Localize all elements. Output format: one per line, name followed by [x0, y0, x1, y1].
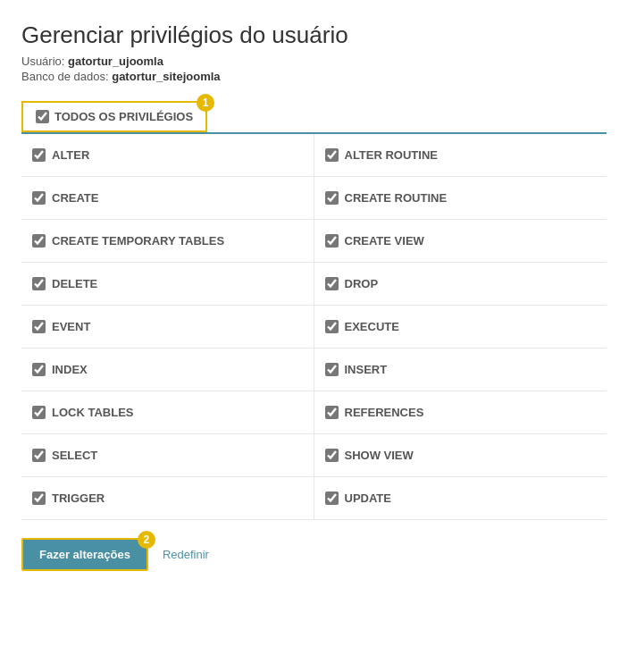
label-update[interactable]: UPDATE [325, 491, 391, 505]
privilege-item-drop: DROP [314, 263, 607, 306]
label-select[interactable]: SELECT [32, 449, 97, 462]
checkbox-event[interactable] [32, 320, 46, 333]
label-index[interactable]: INDEX [32, 363, 88, 376]
label-create_temporary_tables[interactable]: CREATE TEMPORARY TABLES [32, 234, 224, 248]
checkbox-update[interactable] [325, 491, 339, 505]
label-create_view[interactable]: CREATE VIEW [325, 234, 424, 248]
label-references[interactable]: REFERENCES [325, 406, 424, 419]
privilege-item-trigger: TRIGGER [21, 477, 314, 520]
checkbox-references[interactable] [325, 406, 339, 419]
privilege-item-delete: DELETE [21, 263, 314, 306]
privileges-grid: ALTERALTER ROUTINECREATECREATE ROUTINECR… [21, 132, 607, 520]
main-container: Gerenciar privilégios do usuário Usuário… [0, 0, 628, 672]
user-value: gatortur_ujoomla [68, 55, 163, 68]
checkbox-drop[interactable] [325, 277, 339, 290]
db-value: gatortur_sitejoomla [112, 70, 220, 83]
save-button[interactable]: Fazer alterações 2 [21, 538, 148, 571]
label-execute[interactable]: EXECUTE [325, 320, 399, 333]
label-insert[interactable]: INSERT [325, 363, 388, 376]
checkbox-show_view[interactable] [325, 449, 339, 462]
privilege-item-create_temporary_tables: CREATE TEMPORARY TABLES [21, 220, 314, 263]
user-label: Usuário: [21, 55, 64, 68]
label-create[interactable]: CREATE [32, 191, 98, 205]
privilege-item-execute: EXECUTE [314, 306, 607, 349]
checkbox-index[interactable] [32, 363, 46, 376]
privilege-item-lock_tables: LOCK TABLES [21, 391, 314, 434]
label-trigger[interactable]: TRIGGER [32, 491, 105, 505]
reset-link[interactable]: Redefinir [163, 548, 209, 561]
privilege-item-create_routine: CREATE ROUTINE [314, 177, 607, 220]
label-drop[interactable]: DROP [325, 277, 379, 290]
checkbox-alter_routine[interactable] [325, 148, 339, 162]
page-title: Gerenciar privilégios do usuário [21, 21, 607, 49]
privilege-item-insert: INSERT [314, 349, 607, 391]
all-privileges-badge: 1 [197, 94, 214, 112]
privilege-item-index: INDEX [21, 349, 314, 391]
label-create_routine[interactable]: CREATE ROUTINE [325, 191, 448, 205]
privilege-item-references: REFERENCES [314, 391, 607, 434]
label-lock_tables[interactable]: LOCK TABLES [32, 406, 133, 419]
checkbox-select[interactable] [32, 449, 46, 462]
label-alter_routine[interactable]: ALTER ROUTINE [325, 148, 438, 162]
label-show_view[interactable]: SHOW VIEW [325, 449, 414, 462]
db-info: Banco de dados: gatortur_sitejoomla [21, 70, 607, 83]
checkbox-trigger[interactable] [32, 491, 46, 505]
privilege-item-update: UPDATE [314, 477, 607, 520]
checkbox-delete[interactable] [32, 277, 46, 290]
privilege-item-event: EVENT [21, 306, 314, 349]
privilege-item-create: CREATE [21, 177, 314, 220]
checkbox-insert[interactable] [325, 363, 339, 376]
footer: Fazer alterações 2 Redefinir [21, 538, 607, 571]
checkbox-create_routine[interactable] [325, 191, 339, 205]
privilege-item-show_view: SHOW VIEW [314, 434, 607, 477]
privilege-item-create_view: CREATE VIEW [314, 220, 607, 263]
checkbox-alter[interactable] [32, 148, 46, 162]
user-info: Usuário: gatortur_ujoomla [21, 55, 607, 68]
label-alter[interactable]: ALTER [32, 148, 89, 162]
checkbox-create[interactable] [32, 191, 46, 205]
checkbox-create_temporary_tables[interactable] [32, 234, 46, 248]
all-privileges-label[interactable]: TODOS OS PRIVILÉGIOS [36, 110, 193, 123]
label-delete[interactable]: DELETE [32, 277, 97, 290]
label-event[interactable]: EVENT [32, 320, 90, 333]
privilege-item-alter: ALTER [21, 134, 314, 177]
checkbox-execute[interactable] [325, 320, 339, 333]
all-privileges-checkbox[interactable] [36, 110, 49, 123]
save-badge: 2 [138, 531, 155, 549]
db-label: Banco de dados: [21, 70, 109, 83]
checkbox-lock_tables[interactable] [32, 406, 46, 419]
privilege-item-select: SELECT [21, 434, 314, 477]
checkbox-create_view[interactable] [325, 234, 339, 248]
privilege-item-alter_routine: ALTER ROUTINE [314, 134, 607, 177]
all-privileges-box: TODOS OS PRIVILÉGIOS 1 [21, 101, 207, 132]
